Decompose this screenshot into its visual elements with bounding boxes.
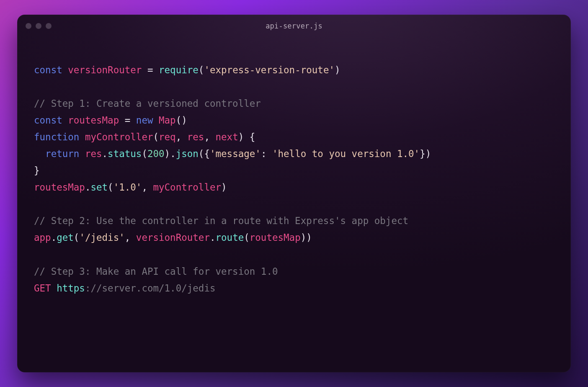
paren-open: ( [74, 232, 80, 243]
ident-routesMap: routesMap [68, 115, 119, 126]
fn-route: route [216, 232, 244, 243]
dot: . [51, 232, 57, 243]
url-rest: ://server.com/1.0/jedis [85, 283, 216, 294]
space [51, 283, 57, 294]
paren-close: ) [165, 148, 170, 159]
ident-res: res [85, 148, 102, 159]
paren-open: ( [199, 148, 204, 159]
editor-window: api-server.js const versionRouter = requ… [17, 15, 571, 372]
brace-close: } [34, 165, 40, 176]
ident-routesMap: routesMap [250, 232, 301, 243]
string-key: 'message' [210, 148, 261, 159]
keyword-new: new [136, 115, 153, 126]
comment-step3: // Step 3: Make an API call for version … [34, 266, 278, 277]
class-Map: Map [159, 115, 176, 126]
paren-close: ) [335, 64, 340, 75]
keyword-function: function [34, 132, 79, 142]
string-module: 'express-version-route' [204, 64, 335, 75]
ident-routesMap: routesMap [34, 182, 85, 193]
paren-close: ) [306, 232, 312, 243]
op-eq: = [142, 64, 159, 75]
maximize-icon[interactable] [46, 23, 52, 29]
ident-myController: myController [153, 182, 221, 193]
ident-versionRouter: versionRouter [136, 232, 210, 243]
fn-json: json [176, 148, 199, 159]
comma: , [176, 132, 187, 142]
ident-versionRouter: versionRouter [68, 64, 142, 75]
http-method: GET [34, 283, 51, 294]
fn-status: status [108, 148, 142, 159]
keyword-return: return [45, 148, 79, 159]
ident-myController: myController [85, 132, 153, 142]
window-title: api-server.js [17, 22, 571, 30]
paren-open: ( [142, 148, 147, 159]
window-controls [26, 23, 52, 29]
paren-close: ) [238, 132, 244, 142]
close-icon[interactable] [26, 23, 31, 29]
paren-open: ( [244, 232, 250, 243]
string-version: '1.0' [113, 182, 142, 193]
space [79, 132, 85, 142]
string-val: 'hello to you version 1.0' [272, 148, 420, 159]
paren-close: ) [301, 232, 307, 243]
space [153, 115, 159, 126]
space [244, 132, 250, 142]
param-res: res [187, 132, 204, 142]
brace-close: } [420, 148, 426, 159]
keyword-const: const [34, 115, 62, 126]
param-next: next [216, 132, 238, 142]
keyword-const: const [34, 64, 62, 75]
comma: , [142, 182, 153, 193]
minimize-icon[interactable] [36, 23, 41, 29]
fn-set: set [90, 182, 108, 193]
paren-close: ) [426, 148, 431, 159]
fn-get: get [57, 232, 74, 243]
dot: . [102, 148, 108, 159]
colon: : [261, 148, 272, 159]
paren-close: ) [221, 182, 227, 193]
paren-open: ( [153, 132, 159, 142]
comma: , [125, 232, 136, 243]
code-content[interactable]: const versionRouter = require('express-v… [34, 62, 554, 297]
param-req: req [159, 132, 176, 142]
dot: . [210, 232, 216, 243]
op-eq: = [119, 115, 136, 126]
paren-close: ) [181, 115, 187, 126]
dot: . [170, 148, 176, 159]
num-200: 200 [147, 148, 165, 159]
space [79, 148, 85, 159]
ident-app: app [34, 232, 51, 243]
url-scheme: https [57, 283, 85, 294]
titlebar: api-server.js [17, 15, 571, 37]
string-path: '/jedis' [79, 232, 124, 243]
indent [34, 148, 45, 159]
brace-open: { [250, 132, 255, 142]
fn-require: require [159, 64, 199, 75]
brace-open: { [204, 148, 210, 159]
paren-open: ( [108, 182, 113, 193]
comma: , [204, 132, 215, 142]
code-area[interactable]: const versionRouter = require('express-v… [17, 37, 571, 313]
comment-step2: // Step 2: Use the controller in a route… [34, 215, 408, 226]
dot: . [85, 182, 91, 193]
paren-open: ( [176, 115, 182, 126]
paren-open: ( [199, 64, 204, 75]
comment-step1: // Step 1: Create a versioned controller [34, 98, 261, 109]
